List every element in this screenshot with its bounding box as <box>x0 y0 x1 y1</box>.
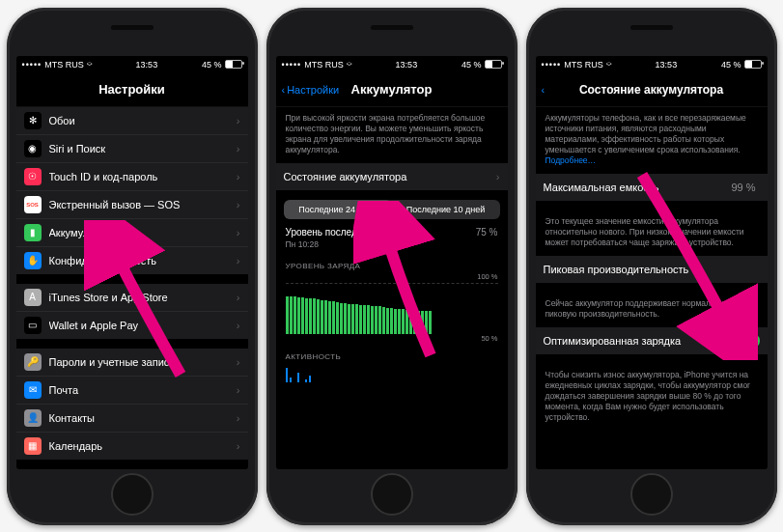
optimized-charging-toggle[interactable] <box>729 332 760 350</box>
settings-row-g1-0[interactable]: ✻Обои› <box>16 107 248 135</box>
phone-frame-2: ••••• MTS RUS ⌔ 13:53 45 % ‹ Настройки А… <box>266 8 517 525</box>
row-label: Обои <box>49 115 229 126</box>
nav-header: Настройки <box>16 73 248 107</box>
settings-row-g2-1[interactable]: ▭Wallet и Apple Pay› <box>16 312 248 339</box>
back-button[interactable]: ‹ Настройки <box>282 84 340 96</box>
wifi-icon: ⌔ <box>606 60 611 70</box>
back-label: Настройки <box>287 84 339 96</box>
settings-row-g1-2[interactable]: ☉Touch ID и код-пароль› <box>16 163 248 191</box>
row-label: Пароли и учетные записи <box>49 356 229 368</box>
settings-row-g2-0[interactable]: AiTunes Store и App Store› <box>16 284 248 312</box>
last-charge-value: 75 % <box>476 227 498 238</box>
page-title: Настройки <box>98 82 165 97</box>
signal-icon: ••••• <box>22 60 42 70</box>
row-label: Почта <box>49 384 229 396</box>
status-bar: ••••• MTS RUS ⌔ 13:53 45 % <box>536 56 768 73</box>
max-capacity-row: Максимальная емкость 99 % <box>536 174 768 201</box>
chevron-left-icon: ‹ <box>542 84 545 96</box>
settings-row-g1-5[interactable]: ✋Конфиденциальность› <box>16 247 248 274</box>
phone-frame-1: ••••• MTS RUS ⌔ 13:53 45 % Настройки ✻Об… <box>7 8 258 525</box>
signal-icon: ••••• <box>282 60 302 70</box>
chevron-right-icon: › <box>237 171 240 182</box>
row-label: iTunes Store и App Store <box>49 292 229 303</box>
settings-row-g3-3[interactable]: ▦Календарь› <box>16 433 248 460</box>
intro-body: Аккумуляторы телефона, как и все перезар… <box>545 113 746 154</box>
nav-header: ‹ Настройки Аккумулятор <box>276 73 508 107</box>
carrier-label: MTS RUS <box>564 60 603 70</box>
chevron-right-icon: › <box>237 199 240 210</box>
row-label: Touch ID и код-пароль <box>49 171 229 182</box>
screen-3: ••••• MTS RUS ⌔ 13:53 45 % ‹ Состояние а… <box>536 56 768 469</box>
settings-list[interactable]: ✻Обои›◉Siri и Поиск›☉Touch ID и код-паро… <box>16 107 248 469</box>
optimized-charging-footer: Чтобы снизить износ аккумулятора, iPhone… <box>536 364 768 431</box>
battery-health-label: Состояние аккумулятора <box>284 171 489 182</box>
row-icon: ✻ <box>24 112 42 129</box>
row-label: Аккумулятор <box>49 227 229 238</box>
last-charge-label: Уровень последнего заряда <box>286 227 411 238</box>
chevron-right-icon: › <box>496 171 500 182</box>
peak-performance-row: Пиковая производительность <box>536 256 768 283</box>
battery-content[interactable]: При высокой яркости экрана потребляется … <box>276 107 508 469</box>
seg-24h[interactable]: Последние 24 часа <box>284 200 392 219</box>
wifi-icon: ⌔ <box>87 60 92 70</box>
status-time: 13:53 <box>396 60 418 70</box>
back-button[interactable]: ‹ <box>542 84 545 96</box>
row-icon: SOS <box>24 196 42 213</box>
max-capacity-value: 99 % <box>731 182 755 193</box>
charge-level-chart <box>286 283 498 334</box>
settings-row-g3-1[interactable]: ✉Почта› <box>16 377 248 405</box>
status-time: 13:53 <box>136 60 158 70</box>
row-icon: 🔑 <box>24 353 42 371</box>
status-bar: ••••• MTS RUS ⌔ 13:53 45 % <box>16 56 248 73</box>
chevron-right-icon: › <box>237 320 240 331</box>
activity-chart <box>286 365 498 382</box>
optimized-charging-row[interactable]: Оптимизированная зарядка <box>536 327 768 354</box>
row-label: Wallet и Apple Pay <box>49 320 229 331</box>
peak-performance-label: Пиковая производительность <box>544 264 760 275</box>
wifi-icon: ⌔ <box>347 60 351 70</box>
chevron-right-icon: › <box>237 255 240 266</box>
settings-row-g1-4[interactable]: ▮Аккумулятор› <box>16 219 248 247</box>
settings-row-g1-3[interactable]: SOSЭкстренный вызов — SOS› <box>16 191 248 219</box>
battery-health-row[interactable]: Состояние аккумулятора › <box>276 163 508 190</box>
row-icon: ✉ <box>24 381 42 399</box>
time-range-segmented[interactable]: Последние 24 часа Последние 10 дней <box>284 200 500 219</box>
peak-performance-footer: Сейчас аккумулятор поддерживает нормальн… <box>536 293 768 327</box>
settings-row-g1-1[interactable]: ◉Siri и Поиск› <box>16 135 248 163</box>
battery-icon <box>744 60 762 69</box>
max-capacity-footer: Это текущее значение емкости аккумулятор… <box>536 210 768 256</box>
settings-row-g3-0[interactable]: 🔑Пароли и учетные записи› <box>16 349 248 377</box>
page-title: Состояние аккумулятора <box>579 83 723 97</box>
battery-icon <box>485 60 502 69</box>
chevron-right-icon: › <box>237 384 240 396</box>
battery-health-content[interactable]: Аккумуляторы телефона, как и все перезар… <box>536 107 768 469</box>
last-charge-row: Уровень последнего заряда 75 % <box>276 225 508 239</box>
brightness-note: При высокой яркости экрана потребляется … <box>276 107 508 163</box>
optimized-charging-label: Оптимизированная зарядка <box>544 335 721 347</box>
intro-text: Аккумуляторы телефона, как и все перезар… <box>536 107 768 174</box>
carrier-label: MTS RUS <box>44 60 84 70</box>
row-label: Конфиденциальность <box>49 255 229 266</box>
row-label: Календарь <box>49 440 229 452</box>
status-bar: ••••• MTS RUS ⌔ 13:53 45 % <box>276 56 508 73</box>
row-label: Экстренный вызов — SOS <box>49 199 229 210</box>
charge-section-label: УРОВЕНЬ ЗАРЯДА <box>276 258 508 272</box>
battery-icon <box>225 60 242 69</box>
screen-2: ••••• MTS RUS ⌔ 13:53 45 % ‹ Настройки А… <box>276 56 508 469</box>
settings-row-g3-2[interactable]: 👤Контакты› <box>16 405 248 433</box>
nav-header: ‹ Состояние аккумулятора <box>536 73 768 107</box>
screen-1: ••••• MTS RUS ⌔ 13:53 45 % Настройки ✻Об… <box>16 56 248 469</box>
max-capacity-label: Максимальная емкость <box>544 182 724 193</box>
carrier-label: MTS RUS <box>304 60 344 70</box>
row-icon: A <box>24 289 42 306</box>
battery-pct: 45 % <box>461 60 482 70</box>
chevron-right-icon: › <box>237 143 240 154</box>
seg-10d[interactable]: Последние 10 дней <box>392 200 500 219</box>
chevron-right-icon: › <box>237 412 240 424</box>
scale-100: 100 % <box>276 272 508 281</box>
status-time: 13:53 <box>656 60 678 70</box>
chevron-right-icon: › <box>237 356 240 368</box>
scale-50: 50 % <box>276 334 508 343</box>
row-icon: ▦ <box>24 437 42 455</box>
learn-more-link[interactable]: Подробнее… <box>545 155 597 165</box>
